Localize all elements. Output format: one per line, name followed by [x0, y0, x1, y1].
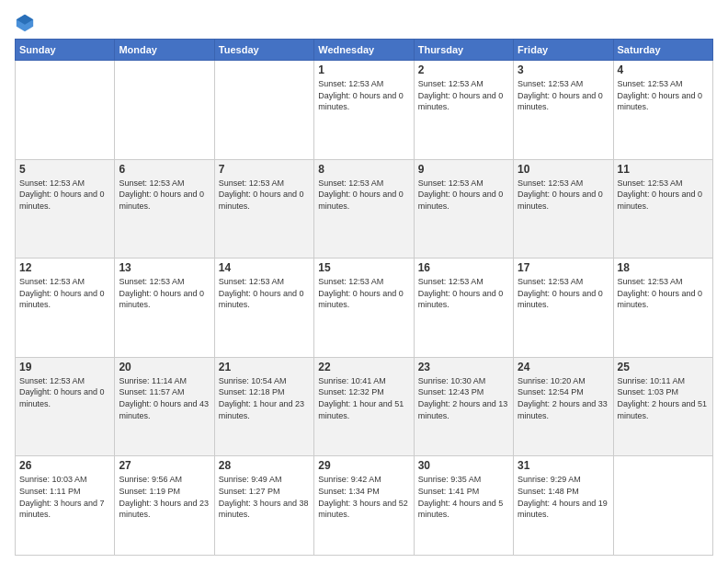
day-number: 12: [19, 261, 110, 274]
day-info: Sunrise: 9:35 AM Sunset: 1:41 PM Dayligh…: [418, 474, 509, 520]
day-number: 18: [618, 261, 709, 274]
day-info: Sunset: 12:53 AM Daylight: 0 hours and 0…: [318, 178, 409, 213]
calendar-cell: [115, 61, 214, 160]
day-number: 14: [219, 261, 310, 274]
day-info: Sunrise: 9:42 AM Sunset: 1:34 PM Dayligh…: [318, 474, 409, 520]
day-number: 5: [19, 163, 110, 176]
day-number: 31: [518, 459, 609, 472]
calendar-cell: 31Sunrise: 9:29 AM Sunset: 1:48 PM Dayli…: [514, 456, 613, 556]
calendar-cell: 11Sunset: 12:53 AM Daylight: 0 hours and…: [613, 159, 712, 259]
day-info: Sunrise: 10:11 AM Sunset: 1:03 PM Daylig…: [618, 375, 709, 421]
day-info: Sunset: 12:53 AM Daylight: 0 hours and 0…: [19, 276, 110, 311]
calendar-cell: 7Sunset: 12:53 AM Daylight: 0 hours and …: [214, 159, 313, 259]
day-header-thursday: Thursday: [414, 40, 513, 61]
day-number: 25: [618, 361, 709, 373]
day-info: Sunrise: 11:14 AM Sunset: 11:57 AM Dayli…: [119, 375, 210, 421]
day-info: Sunset: 12:53 AM Daylight: 0 hours and 0…: [219, 178, 310, 213]
day-info: Sunset: 12:53 AM Daylight: 0 hours and 0…: [318, 78, 409, 113]
calendar-cell: [613, 456, 712, 556]
day-info: Sunrise: 10:03 AM Sunset: 1:11 PM Daylig…: [19, 474, 110, 520]
day-info: Sunset: 12:53 AM Daylight: 0 hours and 0…: [119, 276, 210, 311]
calendar-cell: [16, 61, 115, 160]
calendar-cell: 4Sunset: 12:53 AM Daylight: 0 hours and …: [613, 61, 712, 160]
day-info: Sunset: 12:53 AM Daylight: 0 hours and 0…: [518, 178, 609, 213]
day-number: 9: [418, 163, 509, 176]
day-number: 16: [418, 261, 509, 274]
day-number: 24: [518, 361, 609, 373]
calendar-cell: 13Sunset: 12:53 AM Daylight: 0 hours and…: [115, 259, 214, 358]
day-info: Sunrise: 9:49 AM Sunset: 1:27 PM Dayligh…: [219, 474, 310, 520]
calendar-cell: 6Sunset: 12:53 AM Daylight: 0 hours and …: [115, 159, 214, 259]
calendar-cell: 9Sunset: 12:53 AM Daylight: 0 hours and …: [414, 159, 513, 259]
calendar-cell: [214, 61, 313, 160]
day-number: 19: [19, 361, 110, 373]
page: SundayMondayTuesdayWednesdayThursdayFrid…: [0, 0, 728, 563]
day-info: Sunset: 12:53 AM Daylight: 0 hours and 0…: [418, 276, 509, 311]
calendar-cell: 3Sunset: 12:53 AM Daylight: 0 hours and …: [514, 61, 613, 160]
calendar-week-2: 5Sunset: 12:53 AM Daylight: 0 hours and …: [16, 159, 713, 259]
day-number: 20: [119, 361, 210, 373]
logo: [15, 11, 39, 33]
day-info: Sunset: 12:53 AM Daylight: 0 hours and 0…: [518, 276, 609, 311]
calendar-cell: 25Sunrise: 10:11 AM Sunset: 1:03 PM Dayl…: [613, 357, 712, 456]
day-number: 29: [318, 459, 409, 472]
day-header-sunday: Sunday: [16, 40, 115, 61]
day-header-monday: Monday: [115, 40, 214, 61]
day-number: 6: [119, 163, 210, 176]
calendar-cell: 2Sunset: 12:53 AM Daylight: 0 hours and …: [414, 61, 513, 160]
day-number: 27: [119, 459, 210, 472]
day-info: Sunset: 12:53 AM Daylight: 0 hours and 0…: [418, 78, 509, 113]
day-number: 4: [618, 63, 709, 76]
day-info: Sunset: 12:53 AM Daylight: 0 hours and 0…: [119, 178, 210, 213]
day-number: 1: [318, 63, 409, 76]
logo-icon: [15, 13, 35, 33]
day-info: Sunset: 12:53 AM Daylight: 0 hours and 0…: [19, 178, 110, 213]
day-number: 10: [518, 163, 609, 176]
calendar-cell: 18Sunset: 12:53 AM Daylight: 0 hours and…: [613, 259, 712, 358]
calendar-cell: 10Sunset: 12:53 AM Daylight: 0 hours and…: [514, 159, 613, 259]
day-number: 21: [219, 361, 310, 373]
day-info: Sunset: 12:53 AM Daylight: 0 hours and 0…: [19, 375, 110, 410]
day-info: Sunset: 12:53 AM Daylight: 0 hours and 0…: [418, 178, 509, 213]
day-number: 11: [618, 163, 709, 176]
calendar-cell: 23Sunrise: 10:30 AM Sunset: 12:43 PM Day…: [414, 357, 513, 456]
calendar-week-1: 1Sunset: 12:53 AM Daylight: 0 hours and …: [16, 61, 713, 160]
calendar-cell: 15Sunset: 12:53 AM Daylight: 0 hours and…: [314, 259, 414, 358]
calendar-week-3: 12Sunset: 12:53 AM Daylight: 0 hours and…: [16, 259, 713, 358]
calendar-cell: 16Sunset: 12:53 AM Daylight: 0 hours and…: [414, 259, 513, 358]
calendar-cell: 26Sunrise: 10:03 AM Sunset: 1:11 PM Dayl…: [16, 456, 115, 556]
calendar: SundayMondayTuesdayWednesdayThursdayFrid…: [15, 39, 713, 556]
calendar-cell: 22Sunrise: 10:41 AM Sunset: 12:32 PM Day…: [314, 357, 414, 456]
calendar-cell: 17Sunset: 12:53 AM Daylight: 0 hours and…: [514, 259, 613, 358]
day-number: 8: [318, 163, 409, 176]
header: [15, 11, 713, 33]
day-info: Sunset: 12:53 AM Daylight: 0 hours and 0…: [219, 276, 310, 311]
day-info: Sunrise: 10:41 AM Sunset: 12:32 PM Dayli…: [318, 375, 409, 421]
day-header-saturday: Saturday: [613, 40, 712, 61]
day-info: Sunrise: 10:54 AM Sunset: 12:18 PM Dayli…: [219, 375, 310, 421]
calendar-week-5: 26Sunrise: 10:03 AM Sunset: 1:11 PM Dayl…: [16, 456, 713, 556]
day-number: 15: [318, 261, 409, 274]
calendar-cell: 24Sunrise: 10:20 AM Sunset: 12:54 PM Day…: [514, 357, 613, 456]
day-number: 30: [418, 459, 509, 472]
calendar-cell: 1Sunset: 12:53 AM Daylight: 0 hours and …: [314, 61, 414, 160]
day-number: 28: [219, 459, 310, 472]
day-info: Sunset: 12:53 AM Daylight: 0 hours and 0…: [518, 78, 609, 113]
calendar-cell: 21Sunrise: 10:54 AM Sunset: 12:18 PM Day…: [214, 357, 313, 456]
day-number: 13: [119, 261, 210, 274]
calendar-cell: 14Sunset: 12:53 AM Daylight: 0 hours and…: [214, 259, 313, 358]
calendar-header-row: SundayMondayTuesdayWednesdayThursdayFrid…: [16, 40, 713, 61]
day-number: 22: [318, 361, 409, 373]
day-header-wednesday: Wednesday: [314, 40, 414, 61]
calendar-cell: 12Sunset: 12:53 AM Daylight: 0 hours and…: [16, 259, 115, 358]
calendar-cell: 8Sunset: 12:53 AM Daylight: 0 hours and …: [314, 159, 414, 259]
calendar-cell: 30Sunrise: 9:35 AM Sunset: 1:41 PM Dayli…: [414, 456, 513, 556]
day-header-friday: Friday: [514, 40, 613, 61]
day-number: 3: [518, 63, 609, 76]
day-info: Sunrise: 9:56 AM Sunset: 1:19 PM Dayligh…: [119, 474, 210, 520]
calendar-cell: 28Sunrise: 9:49 AM Sunset: 1:27 PM Dayli…: [214, 456, 313, 556]
calendar-cell: 5Sunset: 12:53 AM Daylight: 0 hours and …: [16, 159, 115, 259]
day-info: Sunset: 12:53 AM Daylight: 0 hours and 0…: [618, 78, 709, 113]
day-header-tuesday: Tuesday: [214, 40, 313, 61]
calendar-cell: 20Sunrise: 11:14 AM Sunset: 11:57 AM Day…: [115, 357, 214, 456]
